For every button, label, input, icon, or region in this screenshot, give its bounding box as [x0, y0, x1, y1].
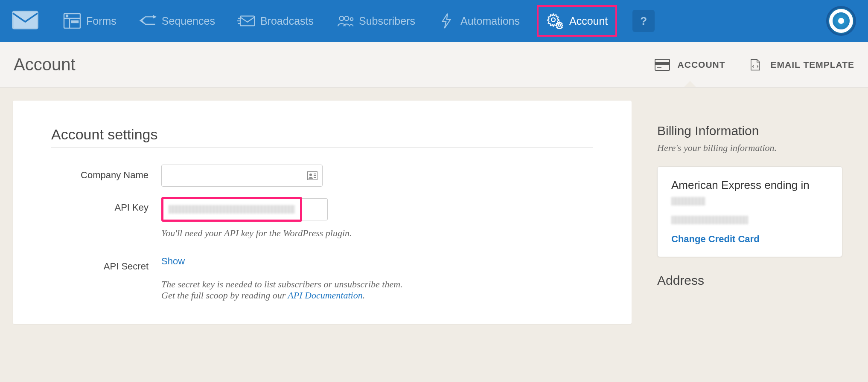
nav-sequences[interactable]: Sequences — [134, 9, 220, 32]
contact-card-icon — [307, 171, 317, 180]
api-secret-help-2c: . — [363, 290, 365, 301]
logo-icon[interactable] — [12, 11, 38, 31]
address-title: Address — [657, 273, 842, 288]
side-panel: Billing Information Here's your billing … — [644, 101, 855, 324]
nav-label: Account — [569, 15, 608, 27]
tab-account[interactable]: ACCOUNT — [655, 59, 725, 71]
api-secret-row: API Secret Show The secret key is needed… — [51, 256, 593, 301]
svg-point-14 — [558, 24, 560, 26]
avatar[interactable] — [826, 6, 856, 36]
billing-subtitle: Here's your billing information. — [657, 142, 842, 153]
api-secret-show-link[interactable]: Show — [161, 256, 185, 266]
api-secret-help-1: The secret key is needed to list subscri… — [161, 279, 403, 289]
svg-point-13 — [551, 18, 555, 22]
nav-label: Automations — [460, 15, 520, 27]
company-name-row: Company Name — [51, 165, 593, 187]
section-title: Account settings — [51, 126, 593, 143]
api-documentation-link[interactable]: API Documentation — [288, 290, 362, 301]
svg-rect-0 — [13, 12, 38, 29]
divider — [51, 147, 593, 148]
nav-subscribers[interactable]: Subscribers — [331, 9, 420, 32]
svg-rect-16 — [655, 62, 670, 65]
svg-point-5 — [66, 15, 68, 17]
company-name-label: Company Name — [51, 165, 161, 181]
svg-point-19 — [309, 174, 312, 176]
company-name-input[interactable] — [161, 165, 323, 187]
api-key-help: You'll need your API key for the WordPre… — [161, 228, 593, 239]
tab-label: ACCOUNT — [678, 60, 725, 70]
nav-broadcasts[interactable]: Broadcasts — [232, 9, 319, 32]
nav-label: Broadcasts — [260, 15, 314, 27]
redacted-card-number — [671, 197, 705, 205]
card-icon — [655, 59, 670, 71]
svg-point-11 — [344, 16, 349, 20]
nav-label: Sequences — [162, 15, 215, 27]
redacted-card-detail — [671, 216, 748, 224]
billing-title: Billing Information — [657, 124, 842, 138]
page-title: Account — [14, 55, 76, 74]
api-secret-help-2a: Get the full scoop by reading our — [161, 290, 288, 301]
api-key-row: API Key You'll need your API key for the… — [51, 197, 593, 239]
api-secret-label: API Secret — [51, 256, 161, 272]
svg-rect-4 — [72, 21, 78, 23]
main-panel: Account settings Company Name — [13, 101, 632, 324]
nav-automations[interactable]: Automations — [432, 9, 525, 32]
tab-label: EMAIL TEMPLATE — [771, 60, 854, 70]
help-button[interactable]: ? — [632, 10, 655, 32]
nav-label: Forms — [86, 15, 117, 27]
tab-email-template[interactable]: EMAIL TEMPLATE — [748, 59, 854, 71]
help-icon: ? — [640, 14, 647, 28]
nav-forms[interactable]: Forms — [58, 9, 122, 32]
nav-label: Subscribers — [359, 15, 415, 27]
gear-icon — [546, 13, 564, 29]
api-key-label: API Key — [51, 197, 161, 213]
card-title: American Express ending in — [671, 179, 828, 192]
nav-account[interactable]: Account — [537, 5, 617, 37]
billing-card-box: American Express ending in Change Credit… — [657, 166, 842, 257]
api-key-display — [161, 197, 302, 222]
content: Account settings Company Name — [0, 88, 868, 337]
page-header: Account ACCOUNT EMAIL TEMPLATE — [0, 42, 868, 88]
svg-point-10 — [339, 16, 344, 20]
svg-rect-6 — [240, 16, 254, 26]
change-credit-card-link[interactable]: Change Credit Card — [671, 234, 760, 245]
top-nav: Forms Sequences Broadcasts Subscribers — [0, 0, 868, 42]
file-code-icon — [748, 59, 763, 71]
api-key-input-remainder — [302, 198, 328, 220]
svg-point-12 — [350, 17, 353, 20]
